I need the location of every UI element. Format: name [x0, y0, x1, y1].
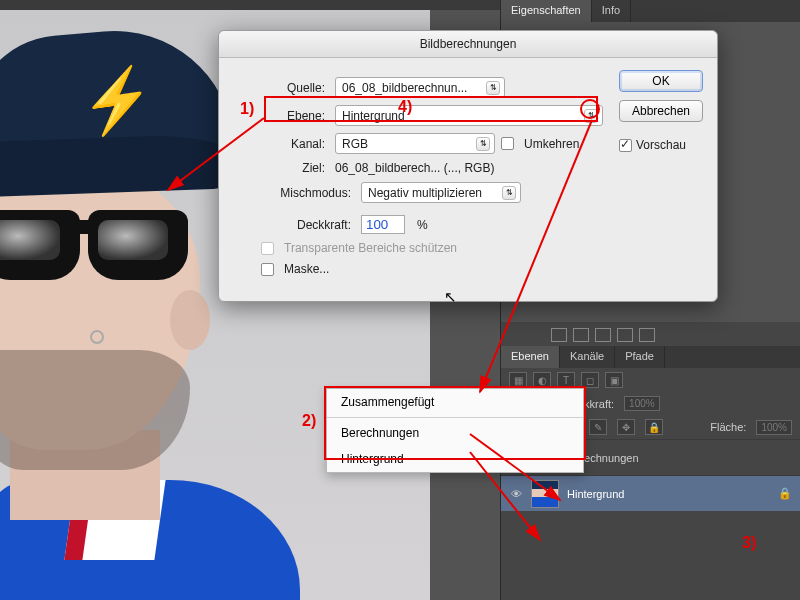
layer-dropdown-popup: Zusammengefügt Berechnungen Hintergrund	[326, 388, 584, 473]
panel-mini-icons	[551, 328, 655, 342]
cursor-icon: ↖	[444, 288, 457, 306]
fill-label: Fläche:	[710, 421, 746, 433]
opacity-input[interactable]	[361, 215, 405, 234]
lock-move-icon[interactable]: ✥	[617, 419, 635, 435]
tab-properties[interactable]: Eigenschaften	[501, 0, 592, 22]
lock-icon: 🔒	[778, 487, 792, 500]
mini-icon[interactable]	[639, 328, 655, 342]
invert-label: Umkehren	[524, 137, 579, 151]
source-dropdown[interactable]: 06_08_bildberechnun... ⇅	[335, 77, 505, 98]
lightning-icon: ⚡	[75, 60, 159, 141]
chevron-updown-icon[interactable]: ⇅	[584, 109, 598, 123]
transparent-checkbox	[261, 242, 274, 255]
tab-channels[interactable]: Kanäle	[560, 346, 615, 368]
channel-value: RGB	[342, 137, 368, 151]
blend-value: Negativ multiplizieren	[368, 186, 482, 200]
mini-icon[interactable]	[573, 328, 589, 342]
photo-visor	[0, 133, 241, 198]
photo-sunglasses	[0, 210, 200, 280]
photo-beard	[0, 350, 190, 470]
lock-all-icon[interactable]: 🔒	[645, 419, 663, 435]
preview-label: Vorschau	[636, 138, 686, 152]
dialog-title: Bildberechnungen	[219, 31, 717, 58]
layer-label: Ebene:	[243, 109, 329, 123]
tab-info[interactable]: Info	[592, 0, 631, 22]
photo-ear	[170, 290, 210, 350]
filter-pixel-icon[interactable]: ▦	[509, 372, 527, 388]
chevron-updown-icon[interactable]: ⇅	[486, 81, 500, 95]
popup-item-berechnungen[interactable]: Berechnungen	[327, 420, 583, 446]
fill-value[interactable]: 100%	[756, 420, 792, 435]
mini-icon[interactable]	[617, 328, 633, 342]
tab-layers[interactable]: Ebenen	[501, 346, 560, 368]
filter-type-icon[interactable]: T	[557, 372, 575, 388]
chevron-updown-icon[interactable]: ⇅	[502, 186, 516, 200]
source-label: Quelle:	[233, 81, 329, 95]
opacity-value[interactable]: 100%	[624, 396, 660, 411]
channel-dropdown[interactable]: RGB ⇅	[335, 133, 495, 154]
cancel-button[interactable]: Abbrechen	[619, 100, 703, 122]
tab-paths[interactable]: Pfade	[615, 346, 665, 368]
mask-label: Maske...	[284, 262, 329, 276]
blend-label: Mischmodus:	[251, 186, 355, 200]
layer-name: Hintergrund	[567, 488, 624, 500]
layer-thumb	[531, 480, 559, 508]
mask-checkbox[interactable]	[261, 263, 274, 276]
mini-icon[interactable]	[551, 328, 567, 342]
filter-smart-icon[interactable]: ▣	[605, 372, 623, 388]
popup-item-hintergrund[interactable]: Hintergrund	[327, 446, 583, 472]
filter-adjust-icon[interactable]: ◐	[533, 372, 551, 388]
dlg-opacity-label: Deckkraft:	[261, 218, 355, 232]
opacity-unit: %	[417, 218, 428, 232]
invert-checkbox[interactable]	[501, 137, 514, 150]
mini-icon[interactable]	[595, 328, 611, 342]
chevron-updown-icon[interactable]: ⇅	[476, 137, 490, 151]
target-value: 06_08_bildberech... (..., RGB)	[335, 161, 494, 175]
visibility-toggle-icon[interactable]: 👁	[509, 488, 523, 500]
blend-dropdown[interactable]: Negativ multiplizieren ⇅	[361, 182, 521, 203]
preview-checkbox[interactable]	[619, 139, 632, 152]
photo-nosering	[90, 330, 104, 344]
apply-image-dialog: Bildberechnungen OK Abbrechen Vorschau Q…	[218, 30, 718, 302]
ok-button[interactable]: OK	[619, 70, 703, 92]
target-label: Ziel:	[273, 161, 329, 175]
source-value: 06_08_bildberechnun...	[342, 81, 467, 95]
channel-label: Kanal:	[243, 137, 329, 151]
lock-brush-icon[interactable]: ✎	[589, 419, 607, 435]
filter-shape-icon[interactable]: ◻	[581, 372, 599, 388]
popup-item-merged[interactable]: Zusammengefügt	[327, 389, 583, 415]
layer-dropdown[interactable]: Hintergrund ⇅	[335, 105, 603, 126]
transparent-label: Transparente Bereiche schützen	[284, 241, 457, 255]
layer-row-hintergrund[interactable]: 👁 Hintergrund 🔒	[501, 475, 800, 511]
layer-value: Hintergrund	[342, 109, 405, 123]
